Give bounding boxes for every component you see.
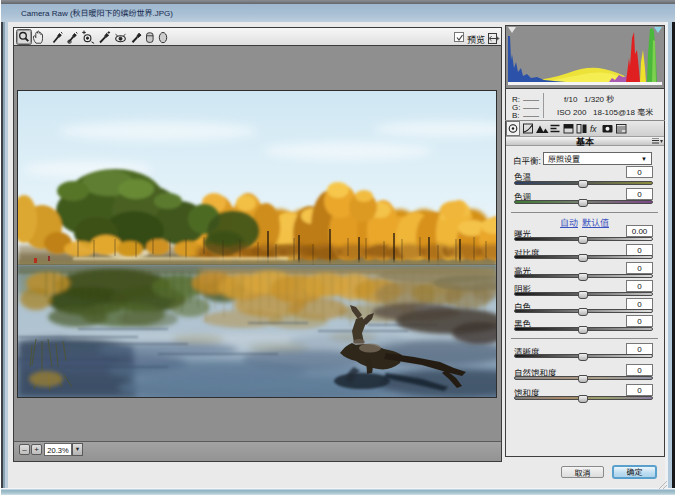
svg-text:fx: fx [590,124,597,134]
